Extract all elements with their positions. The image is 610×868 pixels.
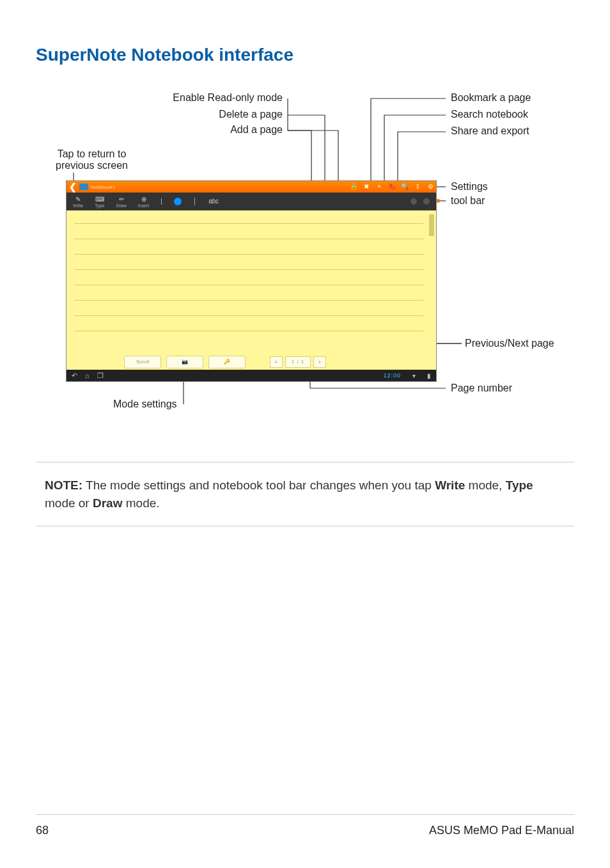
callout-page-number: Page number: [451, 383, 512, 394]
add-page-icon[interactable]: ＋: [375, 182, 384, 191]
app-topbar: ❮ Notebook1 🔒 ✖ ＋ 🔖 🔍 ⇪ ⚙: [66, 181, 436, 193]
note-write: Write: [435, 478, 465, 492]
callout-add-page: Add a page: [230, 124, 283, 136]
mode-button-2[interactable]: 📷: [166, 356, 203, 368]
nav-home-icon[interactable]: ⌂: [85, 372, 90, 379]
notebook-title: Notebook1: [91, 184, 116, 190]
footer-title: ASUS MeMO Pad E-Manual: [429, 824, 574, 837]
page-number-display[interactable]: 1 / 1: [285, 356, 311, 368]
callout-enable-readonly: Enable Read-only mode: [173, 92, 283, 104]
tool-divider: |: [160, 198, 162, 205]
tool-type[interactable]: ⌨Type: [95, 196, 104, 208]
section-heading: SuperNote Notebook interface: [36, 45, 574, 65]
note-box: NOTE: The mode settings and notebook too…: [36, 462, 574, 526]
callout-prev-next: Previous/Next page: [465, 338, 554, 349]
readonly-icon[interactable]: 🔒: [349, 182, 358, 191]
note-draw: Draw: [93, 496, 122, 510]
notebook-icon[interactable]: [79, 184, 88, 190]
prev-page-button[interactable]: ‹: [270, 356, 283, 368]
scroll-thumb[interactable]: [429, 214, 434, 236]
callout-tap-return: Tap to return to previous screen: [56, 148, 128, 171]
tool-draw[interactable]: ✏Draw: [116, 196, 126, 208]
tool-redo-icon[interactable]: [423, 198, 430, 205]
callout-mode-settings: Mode settings: [113, 398, 177, 410]
note-type: Type: [506, 478, 533, 492]
share-icon[interactable]: ⇪: [413, 182, 422, 191]
note-text-3: mode or: [45, 496, 93, 510]
note-paper[interactable]: [66, 210, 436, 355]
tool-baseline[interactable]: abc: [208, 198, 219, 205]
search-icon[interactable]: 🔍: [400, 182, 409, 191]
callout-tap-return-line2: previous screen: [56, 160, 128, 171]
screenshot-mock: ❮ Notebook1 🔒 ✖ ＋ 🔖 🔍 ⇪ ⚙ ✎Write ⌨Type ✏…: [66, 180, 437, 382]
back-chevron-icon[interactable]: ❮: [69, 182, 77, 192]
delete-page-icon[interactable]: ✖: [362, 182, 371, 191]
footer-page-number: 68: [36, 824, 49, 837]
bookmark-icon[interactable]: 🔖: [387, 182, 396, 191]
note-text-2: mode,: [465, 478, 505, 492]
nav-back-icon[interactable]: ↶: [72, 372, 77, 380]
callout-bookmark: Bookmark a page: [451, 92, 531, 104]
mode-settings-row: Scroll 📷 🔑 ‹ 1 / 1 ›: [66, 352, 436, 370]
callout-settings: Settings: [451, 181, 488, 193]
interface-diagram: Enable Read-only mode Delete a page Add …: [36, 91, 574, 423]
callout-tap-return-line1: Tap to return to: [58, 148, 127, 159]
mode-button-1[interactable]: Scroll: [124, 356, 161, 368]
tool-insert[interactable]: ⊕Insert: [138, 196, 150, 208]
settings-icon[interactable]: ⚙: [426, 182, 435, 191]
nav-recent-icon[interactable]: ❐: [97, 372, 104, 380]
note-text-1: The mode settings and notebook tool bar …: [82, 478, 435, 492]
page-nav-group: ‹ 1 / 1 ›: [270, 356, 326, 368]
note-label: NOTE:: [45, 478, 82, 492]
mode-button-3[interactable]: 🔑: [208, 356, 246, 368]
system-status-bar: ↶ ⌂ ❐ 12:00 ▾ ▮: [66, 370, 436, 381]
note-text-4: mode.: [122, 496, 159, 510]
app-toolbar: ✎Write ⌨Type ✏Draw ⊕Insert | │ abc: [66, 193, 436, 210]
tool-undo-icon[interactable]: [411, 198, 417, 205]
topbar-right-icons: 🔒 ✖ ＋ 🔖 🔍 ⇪ ⚙: [349, 182, 435, 191]
status-battery-icon: ▮: [427, 372, 431, 379]
callout-delete-page: Delete a page: [219, 109, 283, 120]
callout-toolbar: tool bar: [451, 195, 485, 207]
status-clock: 12:00: [383, 372, 401, 379]
page-footer: 68 ASUS MeMO Pad E-Manual: [36, 814, 574, 837]
next-page-button[interactable]: ›: [313, 356, 326, 368]
status-wifi-icon: ▾: [412, 372, 416, 379]
tool-color[interactable]: [174, 198, 182, 205]
tool-stroke[interactable]: │: [193, 198, 197, 205]
tool-write[interactable]: ✎Write: [73, 196, 83, 208]
callout-search: Search notebook: [451, 109, 528, 120]
callout-share-export: Share and export: [451, 125, 529, 137]
